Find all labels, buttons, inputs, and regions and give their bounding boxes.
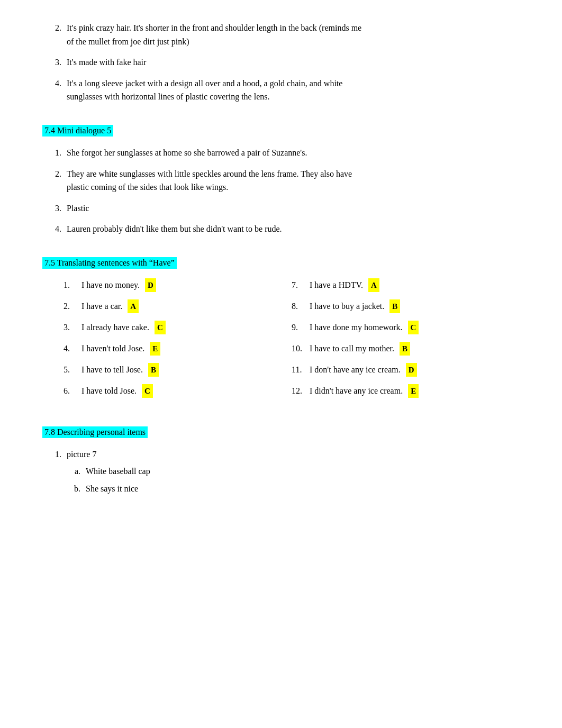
- item-num: 2.: [64, 299, 78, 313]
- badge-a: A: [128, 299, 139, 313]
- list-item: 6. I have told Jose. C: [64, 384, 281, 398]
- item-text: I have a car.: [81, 299, 124, 313]
- list-item-1: picture 7 White baseball cap She says it…: [64, 448, 520, 496]
- item-text: I have told Jose.: [81, 384, 139, 398]
- item-num: 3.: [64, 321, 78, 334]
- list-item: She forgot her sunglasses at home so she…: [64, 146, 520, 160]
- badge-d2: D: [406, 363, 417, 377]
- list-item: 1. I have no money. D: [64, 278, 281, 292]
- list-item: 7. I have a HDTV. A: [292, 278, 509, 292]
- item-text: Plastic: [67, 204, 89, 213]
- list-item: 8. I have to buy a jacket. B: [292, 299, 509, 313]
- badge-c2: C: [142, 384, 153, 398]
- item-num: 6.: [64, 384, 78, 398]
- item-text: I don't have any ice cream.: [310, 363, 403, 377]
- list-item: Plastic: [64, 202, 520, 215]
- item-text: I have a HDTV.: [310, 278, 365, 292]
- list-item: 3. I already have cake. C: [64, 321, 281, 334]
- list-item: They are white sunglasses with little sp…: [64, 167, 520, 194]
- item-num: 4.: [64, 342, 78, 356]
- item-text: I have no money.: [81, 278, 142, 292]
- item-text: I haven't told Jose.: [81, 342, 147, 356]
- right-column: 7. I have a HDTV. A 8. I have to buy a j…: [292, 278, 520, 405]
- item-text: They are white sunglasses with little sp…: [67, 169, 352, 192]
- list-item: 10. I have to call my mother. B: [292, 342, 509, 356]
- list-item: Lauren probably didn't like them but she…: [64, 222, 520, 236]
- item-text: I have to tell Jose.: [81, 363, 145, 377]
- sub-list-item-a: White baseball cap: [83, 465, 520, 478]
- item-text: It's a long sleeve jacket with a design …: [67, 79, 342, 102]
- item-num: 9.: [292, 321, 306, 334]
- section-7-4-heading: 7.4 Mini dialogue 5: [42, 125, 113, 136]
- left-list: 1. I have no money. D 2. I have a car. A…: [64, 278, 281, 398]
- list-item: It's a long sleeve jacket with a design …: [64, 77, 520, 104]
- section-7-8-list: picture 7 White baseball cap She says it…: [64, 448, 520, 496]
- item-text: It's pink crazy hair. It's shorter in th…: [67, 23, 361, 46]
- badge-e: E: [150, 342, 160, 356]
- list-item: It's pink crazy hair. It's shorter in th…: [64, 21, 520, 48]
- list-item: 12. I didn't have any ice cream. E: [292, 384, 509, 398]
- section-7-5: 7.5 Translating sentences with “Have” 1.…: [42, 252, 520, 405]
- item-num: 7.: [292, 278, 306, 292]
- item-num: 8.: [292, 299, 306, 313]
- list-item: 5. I have to tell Jose. B: [64, 363, 281, 377]
- left-column: 1. I have no money. D 2. I have a car. A…: [64, 278, 292, 405]
- section-7-5-heading: 7.5 Translating sentences with “Have”: [42, 257, 177, 269]
- list-item: It's made with fake hair: [64, 56, 520, 69]
- badge-e2: E: [408, 384, 419, 398]
- section-7-8-heading: 7.8 Describing personal items: [42, 426, 148, 438]
- badge-b3: B: [400, 342, 410, 356]
- item-num: 12.: [292, 384, 306, 398]
- sub-list-item-b: She says it nice: [83, 482, 520, 496]
- item-text: I didn't have any ice cream.: [310, 384, 405, 398]
- badge-c3: C: [408, 321, 419, 334]
- list-item: 2. I have a car. A: [64, 299, 281, 313]
- item-text: I have done my homework.: [310, 321, 405, 334]
- continued-list: It's pink crazy hair. It's shorter in th…: [64, 21, 520, 104]
- badge-a2: A: [368, 278, 379, 292]
- item-num: 5.: [64, 363, 78, 377]
- section-7-8: 7.8 Describing personal items picture 7 …: [42, 421, 520, 496]
- item-num: 10.: [292, 342, 306, 356]
- list-item: 4. I haven't told Jose. E: [64, 342, 281, 356]
- item-text: She forgot her sunglasses at home so she…: [67, 148, 307, 157]
- badge-d: D: [145, 278, 156, 292]
- list-item: 11. I don't have any ice cream. D: [292, 363, 509, 377]
- right-list: 7. I have a HDTV. A 8. I have to buy a j…: [292, 278, 509, 398]
- item-text: It's made with fake hair: [67, 58, 146, 67]
- sub-list: White baseball cap She says it nice: [83, 465, 520, 496]
- section-7-4-list: She forgot her sunglasses at home so she…: [64, 146, 520, 236]
- list-item: 9. I have done my homework. C: [292, 321, 509, 334]
- item-num: 11.: [292, 363, 306, 377]
- section-7-4: 7.4 Mini dialogue 5 She forgot her sungl…: [42, 120, 520, 236]
- two-column-list: 1. I have no money. D 2. I have a car. A…: [64, 278, 520, 405]
- item-text: I have to buy a jacket.: [310, 299, 386, 313]
- sub-item-text: She says it nice: [86, 484, 138, 493]
- continued-section: It's pink crazy hair. It's shorter in th…: [42, 21, 520, 104]
- badge-c: C: [155, 321, 166, 334]
- item-text: I already have cake.: [81, 321, 151, 334]
- sub-item-text: White baseball cap: [86, 467, 150, 476]
- badge-b2: B: [389, 299, 400, 313]
- item-text: picture 7: [67, 450, 96, 459]
- item-num: 1.: [64, 278, 78, 292]
- item-text: Lauren probably didn't like them but she…: [67, 224, 282, 233]
- badge-b: B: [148, 363, 159, 377]
- item-text: I have to call my mother.: [310, 342, 396, 356]
